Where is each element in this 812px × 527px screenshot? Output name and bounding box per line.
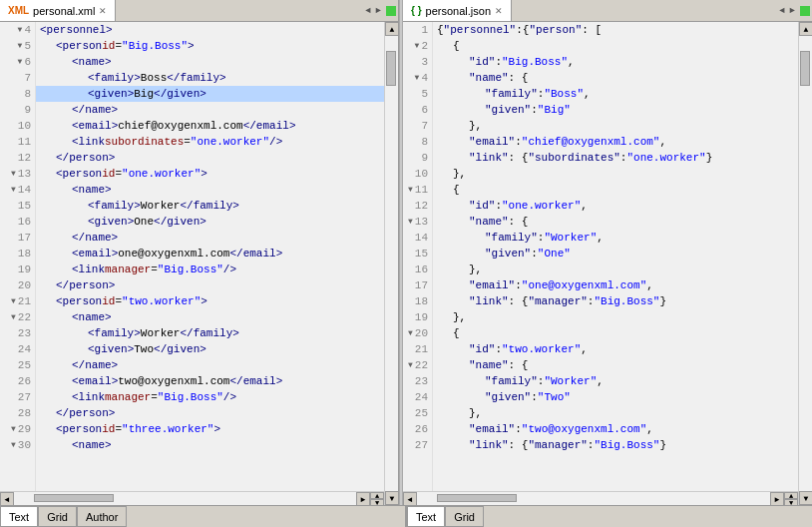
right-hscroll-row[interactable]: ◄ ► ▲ ▼ (403, 491, 798, 505)
left-grid-button[interactable]: Grid (38, 506, 77, 527)
left-hscroll-row[interactable]: ◄ ► ▲ ▼ (0, 491, 384, 505)
right-vscroll-up[interactable]: ▲ (799, 22, 812, 36)
right-panel-nav: ◄ ► (775, 0, 812, 21)
left-panel-tab[interactable]: XML personal.xml ✕ (0, 0, 116, 21)
left-text-button[interactable]: Text (0, 506, 38, 527)
left-code-content: <personnel><person id="Big.Boss"><name><… (36, 22, 384, 491)
right-tab-close[interactable]: ✕ (495, 6, 503, 16)
right-line-numbers: 1▼23▼45678910▼1112▼13141516171819▼2021▼2… (403, 22, 433, 491)
left-status-area: Text Grid Author (0, 506, 407, 527)
right-hscroll-right[interactable]: ► (770, 492, 784, 505)
xml-file-icon: XML (8, 5, 29, 16)
right-green-indicator (800, 6, 810, 16)
left-hscroll-right[interactable]: ► (356, 492, 370, 505)
left-tab-label: personal.xml (33, 5, 95, 17)
left-tab-close[interactable]: ✕ (99, 6, 107, 16)
left-vscroll-up[interactable]: ▲ (385, 22, 398, 36)
right-vscroll-down[interactable]: ▼ (799, 491, 812, 505)
right-code-content: {"personnel": {"person": [{"id": "Big.Bo… (433, 22, 798, 491)
right-grid-button[interactable]: Grid (445, 506, 484, 527)
left-vscroll-down[interactable]: ▼ (385, 491, 398, 505)
right-code-area[interactable]: 1▼23▼45678910▼1112▼13141516171819▼2021▼2… (403, 22, 798, 505)
left-hscroll-left[interactable]: ◄ (0, 492, 14, 505)
right-vscroll[interactable]: ▲ ▼ (798, 22, 812, 505)
right-status-area: Text Grid (407, 506, 812, 527)
right-nav-left[interactable]: ◄ (777, 6, 786, 16)
left-line-numbers: ▼4▼5▼6789101112▼13▼14151617181920▼21▼222… (0, 22, 36, 491)
right-nav-right[interactable]: ► (788, 6, 797, 16)
panels-row: XML personal.xml ✕ ◄ ► ▼4▼5▼6789101112▼1… (0, 0, 812, 505)
left-code-area[interactable]: ▼4▼5▼6789101112▼13▼14151617181920▼21▼222… (0, 22, 384, 505)
right-panel-tab[interactable]: { } personal.json ✕ (403, 0, 512, 21)
left-vscroll[interactable]: ▲ ▼ (384, 22, 398, 505)
app-container: XML personal.xml ✕ ◄ ► ▼4▼5▼6789101112▼1… (0, 0, 812, 527)
left-nav-left[interactable]: ◄ (363, 6, 372, 16)
right-panel: { } personal.json ✕ ◄ ► 1▼23▼45678910▼11… (403, 0, 812, 505)
right-tab-label: personal.json (426, 5, 491, 17)
left-panel-header: XML personal.xml ✕ ◄ ► (0, 0, 398, 22)
status-bar: Text Grid Author Text Grid (0, 505, 812, 527)
right-hscroll-left[interactable]: ◄ (403, 492, 417, 505)
right-panel-header: { } personal.json ✕ ◄ ► (403, 0, 812, 22)
left-green-indicator (386, 6, 396, 16)
json-file-icon: { } (411, 5, 422, 16)
left-panel-nav: ◄ ► (361, 0, 398, 21)
left-nav-right[interactable]: ► (374, 6, 383, 16)
right-text-button[interactable]: Text (407, 506, 445, 527)
left-author-button[interactable]: Author (77, 506, 127, 527)
left-panel: XML personal.xml ✕ ◄ ► ▼4▼5▼6789101112▼1… (0, 0, 399, 505)
